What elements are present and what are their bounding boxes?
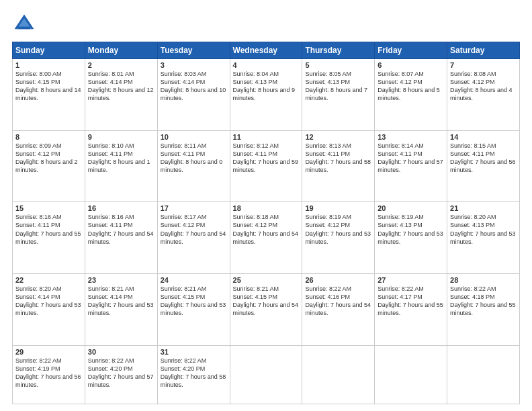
calendar-cell: 9Sunrise: 8:10 AMSunset: 4:11 PMDaylight… <box>85 130 157 202</box>
calendar-cell: 21Sunrise: 8:20 AMSunset: 4:13 PMDayligh… <box>447 202 520 274</box>
day-number: 21 <box>450 204 517 212</box>
calendar-week-5: 29Sunrise: 8:22 AMSunset: 4:19 PMDayligh… <box>13 345 520 404</box>
day-number: 16 <box>88 204 154 212</box>
calendar-cell: 19Sunrise: 8:19 AMSunset: 4:12 PMDayligh… <box>302 202 375 274</box>
day-number: 1 <box>15 61 82 69</box>
calendar-cell <box>230 345 302 404</box>
calendar-week-3: 15Sunrise: 8:16 AMSunset: 4:11 PMDayligh… <box>13 202 520 274</box>
cell-info: Sunrise: 8:16 AMSunset: 4:11 PMDaylight:… <box>88 213 154 246</box>
calendar-cell <box>375 345 447 404</box>
day-number: 13 <box>378 133 444 141</box>
calendar-cell: 24Sunrise: 8:21 AMSunset: 4:15 PMDayligh… <box>157 274 230 346</box>
cell-info: Sunrise: 8:05 AMSunset: 4:13 PMDaylight:… <box>305 70 371 103</box>
col-header-sunday: Sunday <box>13 42 85 59</box>
calendar-cell: 23Sunrise: 8:21 AMSunset: 4:14 PMDayligh… <box>85 274 157 346</box>
calendar-cell: 12Sunrise: 8:13 AMSunset: 4:11 PMDayligh… <box>302 130 375 202</box>
cell-info: Sunrise: 8:21 AMSunset: 4:15 PMDaylight:… <box>161 285 227 318</box>
day-number: 20 <box>378 204 444 212</box>
calendar-table: SundayMondayTuesdayWednesdayThursdayFrid… <box>12 42 520 404</box>
calendar-week-2: 8Sunrise: 8:09 AMSunset: 4:12 PMDaylight… <box>13 130 520 202</box>
cell-info: Sunrise: 8:07 AMSunset: 4:12 PMDaylight:… <box>378 70 444 103</box>
col-header-saturday: Saturday <box>447 42 520 59</box>
calendar-cell: 30Sunrise: 8:22 AMSunset: 4:20 PMDayligh… <box>85 345 157 404</box>
svg-rect-2 <box>18 27 30 30</box>
cell-info: Sunrise: 8:16 AMSunset: 4:11 PMDaylight:… <box>15 213 82 246</box>
calendar-week-4: 22Sunrise: 8:20 AMSunset: 4:14 PMDayligh… <box>13 274 520 346</box>
cell-info: Sunrise: 8:20 AMSunset: 4:14 PMDaylight:… <box>15 285 82 318</box>
day-number: 9 <box>88 133 154 141</box>
calendar-cell <box>302 345 375 404</box>
cell-info: Sunrise: 8:14 AMSunset: 4:11 PMDaylight:… <box>378 142 444 175</box>
day-number: 24 <box>161 276 227 284</box>
day-number: 10 <box>161 133 227 141</box>
calendar-cell: 6Sunrise: 8:07 AMSunset: 4:12 PMDaylight… <box>375 59 447 131</box>
day-number: 19 <box>305 204 371 212</box>
cell-info: Sunrise: 8:13 AMSunset: 4:11 PMDaylight:… <box>305 142 371 175</box>
calendar-cell: 4Sunrise: 8:04 AMSunset: 4:13 PMDaylight… <box>230 59 302 131</box>
calendar-cell: 25Sunrise: 8:21 AMSunset: 4:15 PMDayligh… <box>230 274 302 346</box>
cell-info: Sunrise: 8:15 AMSunset: 4:11 PMDaylight:… <box>450 142 517 175</box>
cell-info: Sunrise: 8:10 AMSunset: 4:11 PMDaylight:… <box>88 142 154 175</box>
calendar-cell: 1Sunrise: 8:00 AMSunset: 4:15 PMDaylight… <box>13 59 85 131</box>
calendar-cell: 27Sunrise: 8:22 AMSunset: 4:17 PMDayligh… <box>375 274 447 346</box>
day-number: 18 <box>233 204 300 212</box>
calendar-cell: 15Sunrise: 8:16 AMSunset: 4:11 PMDayligh… <box>13 202 85 274</box>
calendar-cell: 14Sunrise: 8:15 AMSunset: 4:11 PMDayligh… <box>447 130 520 202</box>
calendar-cell: 5Sunrise: 8:05 AMSunset: 4:13 PMDaylight… <box>302 59 375 131</box>
calendar-cell: 11Sunrise: 8:12 AMSunset: 4:11 PMDayligh… <box>230 130 302 202</box>
cell-info: Sunrise: 8:19 AMSunset: 4:12 PMDaylight:… <box>305 213 371 246</box>
day-number: 2 <box>88 61 154 69</box>
cell-info: Sunrise: 8:22 AMSunset: 4:20 PMDaylight:… <box>161 357 227 390</box>
col-header-monday: Monday <box>85 42 157 59</box>
day-number: 12 <box>305 133 371 141</box>
cell-info: Sunrise: 8:21 AMSunset: 4:15 PMDaylight:… <box>233 285 300 318</box>
calendar-cell: 17Sunrise: 8:17 AMSunset: 4:12 PMDayligh… <box>157 202 230 274</box>
calendar-cell: 16Sunrise: 8:16 AMSunset: 4:11 PMDayligh… <box>85 202 157 274</box>
calendar-cell: 22Sunrise: 8:20 AMSunset: 4:14 PMDayligh… <box>13 274 85 346</box>
cell-info: Sunrise: 8:12 AMSunset: 4:11 PMDaylight:… <box>233 142 300 175</box>
day-number: 3 <box>161 61 227 69</box>
cell-info: Sunrise: 8:20 AMSunset: 4:13 PMDaylight:… <box>450 213 517 246</box>
day-number: 11 <box>233 133 300 141</box>
logo <box>12 12 39 36</box>
day-number: 26 <box>305 276 371 284</box>
day-number: 5 <box>305 61 371 69</box>
calendar-cell: 10Sunrise: 8:11 AMSunset: 4:11 PMDayligh… <box>157 130 230 202</box>
col-header-friday: Friday <box>375 42 447 59</box>
day-number: 31 <box>161 348 227 356</box>
col-header-tuesday: Tuesday <box>157 42 230 59</box>
cell-info: Sunrise: 8:22 AMSunset: 4:17 PMDaylight:… <box>378 285 444 318</box>
calendar-cell: 18Sunrise: 8:18 AMSunset: 4:12 PMDayligh… <box>230 202 302 274</box>
cell-info: Sunrise: 8:18 AMSunset: 4:12 PMDaylight:… <box>233 213 300 246</box>
day-number: 7 <box>450 61 517 69</box>
cell-info: Sunrise: 8:03 AMSunset: 4:14 PMDaylight:… <box>161 70 227 103</box>
cell-info: Sunrise: 8:04 AMSunset: 4:13 PMDaylight:… <box>233 70 300 103</box>
day-number: 29 <box>15 348 82 356</box>
calendar-cell: 20Sunrise: 8:19 AMSunset: 4:13 PMDayligh… <box>375 202 447 274</box>
col-header-thursday: Thursday <box>302 42 375 59</box>
day-number: 15 <box>15 204 82 212</box>
day-number: 14 <box>450 133 517 141</box>
cell-info: Sunrise: 8:22 AMSunset: 4:18 PMDaylight:… <box>450 285 517 318</box>
calendar-week-1: 1Sunrise: 8:00 AMSunset: 4:15 PMDaylight… <box>13 59 520 131</box>
header <box>12 12 520 36</box>
col-header-wednesday: Wednesday <box>230 42 302 59</box>
calendar-cell: 31Sunrise: 8:22 AMSunset: 4:20 PMDayligh… <box>157 345 230 404</box>
cell-info: Sunrise: 8:22 AMSunset: 4:20 PMDaylight:… <box>88 357 154 390</box>
day-number: 6 <box>378 61 444 69</box>
day-number: 25 <box>233 276 300 284</box>
calendar-header-row: SundayMondayTuesdayWednesdayThursdayFrid… <box>13 42 520 59</box>
calendar-cell: 13Sunrise: 8:14 AMSunset: 4:11 PMDayligh… <box>375 130 447 202</box>
day-number: 30 <box>88 348 154 356</box>
calendar-cell: 28Sunrise: 8:22 AMSunset: 4:18 PMDayligh… <box>447 274 520 346</box>
day-number: 8 <box>15 133 82 141</box>
cell-info: Sunrise: 8:22 AMSunset: 4:16 PMDaylight:… <box>305 285 371 318</box>
cell-info: Sunrise: 8:09 AMSunset: 4:12 PMDaylight:… <box>15 142 82 175</box>
page: SundayMondayTuesdayWednesdayThursdayFrid… <box>0 0 532 411</box>
cell-info: Sunrise: 8:21 AMSunset: 4:14 PMDaylight:… <box>88 285 154 318</box>
day-number: 4 <box>233 61 300 69</box>
cell-info: Sunrise: 8:00 AMSunset: 4:15 PMDaylight:… <box>15 70 82 103</box>
calendar-cell: 3Sunrise: 8:03 AMSunset: 4:14 PMDaylight… <box>157 59 230 131</box>
cell-info: Sunrise: 8:01 AMSunset: 4:14 PMDaylight:… <box>88 70 154 103</box>
calendar-cell: 8Sunrise: 8:09 AMSunset: 4:12 PMDaylight… <box>13 130 85 202</box>
